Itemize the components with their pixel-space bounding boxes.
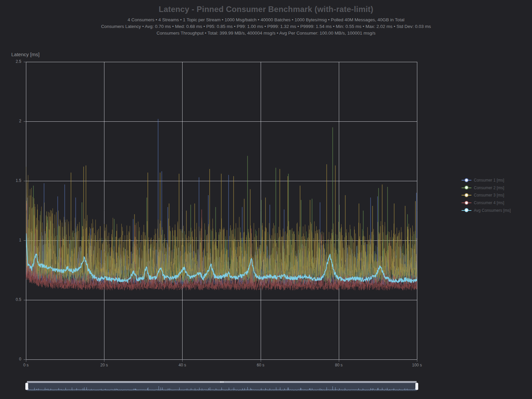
legend-label: Consumer 2 [ms] — [474, 186, 504, 190]
x-axis-tick-label: 100 s — [405, 363, 429, 367]
legend-label: Consumer 3 [ms] — [474, 193, 504, 198]
legend-marker-icon — [462, 186, 471, 190]
chart-subtitle-latency-stats: Consumers Latency • Avg: 0.70 ms • Med: … — [0, 24, 532, 29]
y-axis-tick-label: 1 — [6, 238, 21, 242]
legend-marker-icon — [462, 193, 471, 198]
x-axis-tick-label: 60 s — [249, 363, 272, 367]
y-axis-tick-label: 2.5 — [6, 59, 21, 64]
range-slider-track[interactable] — [27, 383, 417, 391]
y-axis-tick-label: 0 — [6, 357, 21, 361]
y-axis-tick-label: 2 — [6, 119, 21, 123]
x-axis-tick-label: 40 s — [171, 363, 194, 367]
x-axis-tick-label: 20 s — [92, 363, 116, 367]
legend-label: Consumer 1 [ms] — [474, 178, 504, 183]
range-slider-minimap — [27, 383, 417, 391]
x-axis-tick-label: 80 s — [327, 363, 350, 367]
legend-marker-icon — [462, 201, 471, 205]
legend-item-consumer-1-ms[interactable]: Consumer 1 [ms] — [462, 177, 511, 184]
legend-label: Consumer 4 [ms] — [474, 200, 504, 205]
legend-item-avg-consumers-ms[interactable]: Avg Consumers [ms] — [462, 206, 511, 214]
y-axis-tick-label: 1.5 — [6, 178, 21, 183]
benchmark-chart-page: Latency - Pinned Consumer Benchmark (wit… — [0, 0, 532, 399]
range-slider-handle-left[interactable] — [25, 383, 28, 390]
range-slider[interactable] — [25, 381, 418, 391]
legend-marker-icon — [462, 178, 471, 183]
chart-subtitle-config: 4 Consumers • 4 Streams • 1 Topic per St… — [0, 17, 532, 22]
y-axis-title: Latency [ms] — [11, 52, 40, 57]
chart-title: Latency - Pinned Consumer Benchmark (wit… — [0, 5, 532, 14]
y-axis-tick-label: 0.5 — [6, 297, 21, 302]
legend-label: Avg Consumers [ms] — [474, 208, 511, 213]
x-axis-tick-label: 0 s — [14, 363, 38, 367]
latency-chart-canvas[interactable] — [23, 62, 418, 362]
legend-item-consumer-3-ms[interactable]: Consumer 3 [ms] — [462, 192, 511, 199]
range-slider-grip-icon[interactable] — [220, 381, 223, 383]
chart-subtitle-throughput-stats: Consumers Throughput • Total: 399.99 MB/… — [0, 31, 532, 36]
legend-marker-icon — [462, 208, 471, 212]
legend-item-consumer-4-ms[interactable]: Consumer 4 [ms] — [462, 199, 511, 207]
legend: Consumer 1 [ms]Consumer 2 [ms]Consumer 3… — [462, 177, 511, 214]
range-slider-handle-right[interactable] — [415, 383, 418, 390]
legend-item-consumer-2-ms[interactable]: Consumer 2 [ms] — [462, 184, 511, 192]
